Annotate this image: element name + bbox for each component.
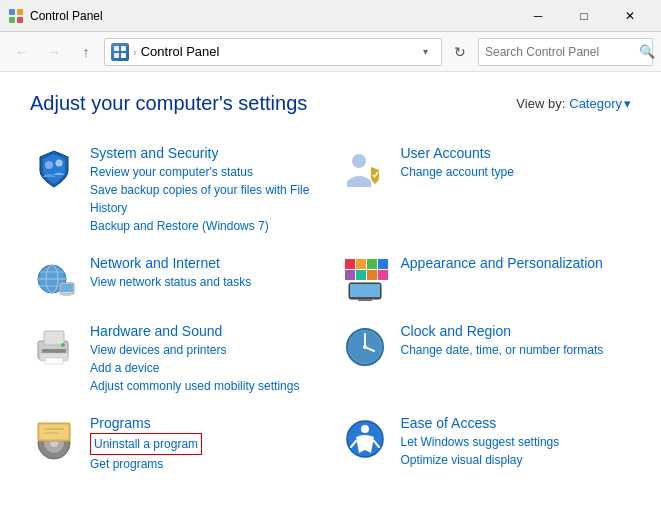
items-grid: System and Security Review your computer…: [30, 135, 631, 483]
address-separator: ›: [133, 46, 137, 58]
ease-access-link-2[interactable]: Optimize visual display: [401, 451, 632, 469]
hardware-sound-icon: [30, 323, 78, 371]
search-input[interactable]: [485, 45, 635, 59]
address-bar: ← → ↑ › Control Panel ▾ ↻ 🔍: [0, 32, 661, 72]
appearance-title[interactable]: Appearance and Personalization: [401, 255, 632, 271]
system-security-icon: [30, 145, 78, 193]
programs-link-uninstall[interactable]: Uninstall a program: [90, 433, 202, 455]
user-accounts-info: User Accounts Change account type: [401, 145, 632, 181]
list-item: User Accounts Change account type: [341, 135, 632, 245]
network-internet-info: Network and Internet View network status…: [90, 255, 321, 291]
list-item: Clock and Region Change date, time, or n…: [341, 313, 632, 405]
main-content: Adjust your computer's settings View by:…: [0, 72, 661, 531]
svg-point-8: [45, 161, 53, 169]
svg-point-10: [352, 154, 366, 168]
view-by-label: View by:: [516, 96, 565, 111]
user-accounts-icon: [341, 145, 389, 193]
ease-access-title[interactable]: Ease of Access: [401, 415, 632, 431]
title-bar: Control Panel ─ □ ✕: [0, 0, 661, 32]
list-item: Appearance and Personalization: [341, 245, 632, 313]
hardware-sound-title[interactable]: Hardware and Sound: [90, 323, 321, 339]
ease-access-link-1[interactable]: Let Windows suggest settings: [401, 433, 632, 451]
view-by-control: View by: Category ▾: [516, 96, 631, 111]
list-item: System and Security Review your computer…: [30, 135, 321, 245]
list-item: Ease of Access Let Windows suggest setti…: [341, 405, 632, 483]
svg-rect-17: [61, 284, 73, 292]
view-by-chevron-icon: ▾: [624, 96, 631, 111]
close-button[interactable]: ✕: [607, 0, 653, 32]
appearance-info: Appearance and Personalization: [401, 255, 632, 273]
system-security-link-1[interactable]: Review your computer's status: [90, 163, 321, 181]
search-box[interactable]: 🔍: [478, 38, 653, 66]
system-security-link-2[interactable]: Save backup copies of your files with Fi…: [90, 181, 321, 217]
list-item: Programs Uninstall a program Get program…: [30, 405, 321, 483]
svg-rect-23: [345, 270, 355, 280]
svg-rect-1: [17, 9, 23, 15]
list-item: Hardware and Sound View devices and prin…: [30, 313, 321, 405]
svg-rect-2: [9, 17, 15, 23]
clock-region-title[interactable]: Clock and Region: [401, 323, 632, 339]
svg-rect-32: [44, 331, 64, 345]
view-by-value-text: Category: [569, 96, 622, 111]
svg-rect-19: [345, 259, 355, 269]
user-accounts-title[interactable]: User Accounts: [401, 145, 632, 161]
ease-access-info: Ease of Access Let Windows suggest setti…: [401, 415, 632, 469]
app-icon: [8, 8, 24, 24]
list-item: Network and Internet View network status…: [30, 245, 321, 313]
window-controls: ─ □ ✕: [515, 0, 653, 32]
hardware-sound-link-1[interactable]: View devices and printers: [90, 341, 321, 359]
address-text: Control Panel: [141, 44, 411, 59]
up-button[interactable]: ↑: [72, 38, 100, 66]
ease-access-icon: [341, 415, 389, 463]
svg-rect-25: [367, 270, 377, 280]
programs-icon: [30, 415, 78, 463]
window-title: Control Panel: [30, 9, 515, 23]
svg-point-40: [363, 345, 367, 349]
user-accounts-link-1[interactable]: Change account type: [401, 163, 632, 181]
address-cp-icon: [111, 43, 129, 61]
svg-rect-28: [350, 284, 380, 297]
svg-rect-18: [63, 294, 71, 296]
forward-button[interactable]: →: [40, 38, 68, 66]
network-internet-title[interactable]: Network and Internet: [90, 255, 321, 271]
svg-rect-29: [358, 299, 372, 301]
svg-rect-22: [378, 259, 388, 269]
minimize-icon: ─: [534, 9, 543, 23]
system-security-link-3[interactable]: Backup and Restore (Windows 7): [90, 217, 321, 235]
svg-rect-24: [356, 270, 366, 280]
clock-region-link-1[interactable]: Change date, time, or number formats: [401, 341, 632, 359]
refresh-button[interactable]: ↻: [446, 38, 474, 66]
hardware-sound-link-3[interactable]: Adjust commonly used mobility settings: [90, 377, 321, 395]
svg-rect-7: [121, 53, 126, 58]
programs-link-get[interactable]: Get programs: [90, 455, 321, 473]
svg-rect-3: [17, 17, 23, 23]
svg-rect-34: [45, 358, 63, 364]
svg-point-9: [56, 160, 63, 167]
svg-rect-26: [378, 270, 388, 280]
svg-rect-45: [40, 425, 68, 439]
network-internet-link-1[interactable]: View network status and tasks: [90, 273, 321, 291]
network-internet-icon: [30, 255, 78, 303]
address-dropdown-icon[interactable]: ▾: [415, 42, 435, 62]
back-button[interactable]: ←: [8, 38, 36, 66]
clock-region-icon: [341, 323, 389, 371]
appearance-icon: [341, 255, 389, 303]
svg-rect-20: [356, 259, 366, 269]
view-by-dropdown[interactable]: Category ▾: [569, 96, 631, 111]
svg-rect-5: [121, 46, 126, 51]
maximize-button[interactable]: □: [561, 0, 607, 32]
address-field[interactable]: › Control Panel ▾: [104, 38, 442, 66]
system-security-title[interactable]: System and Security: [90, 145, 321, 161]
hardware-sound-link-2[interactable]: Add a device: [90, 359, 321, 377]
system-security-info: System and Security Review your computer…: [90, 145, 321, 235]
svg-point-35: [61, 343, 65, 347]
page-title: Adjust your computer's settings: [30, 92, 307, 115]
page-header: Adjust your computer's settings View by:…: [30, 92, 631, 115]
maximize-icon: □: [580, 9, 587, 23]
programs-info: Programs Uninstall a program Get program…: [90, 415, 321, 473]
refresh-icon: ↻: [454, 44, 466, 60]
svg-rect-6: [114, 53, 119, 58]
minimize-button[interactable]: ─: [515, 0, 561, 32]
programs-title[interactable]: Programs: [90, 415, 321, 431]
search-icon[interactable]: 🔍: [639, 44, 655, 59]
